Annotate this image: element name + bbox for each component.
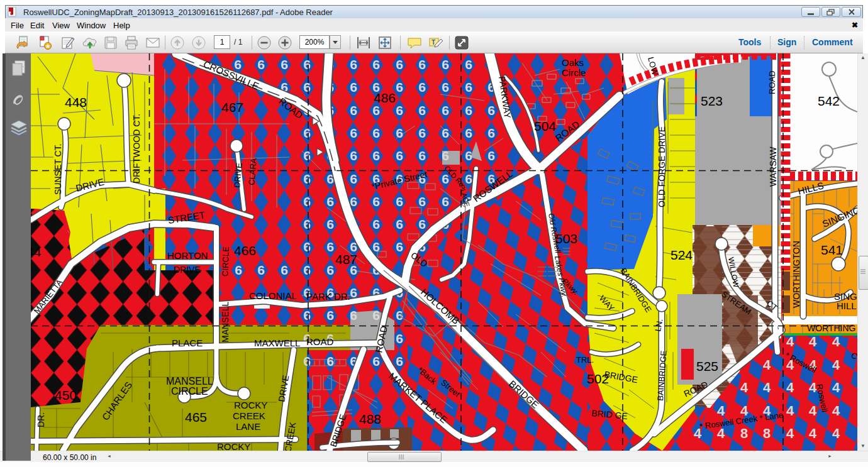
svg-text:6: 6 [372, 103, 380, 118]
svg-text:6: 6 [303, 126, 311, 140]
svg-text:6: 6 [303, 263, 311, 277]
svg-text:6: 6 [303, 57, 311, 72]
svg-text:6: 6 [418, 148, 426, 163]
svg-text:525: 525 [696, 359, 718, 373]
svg-text:488: 488 [359, 412, 381, 426]
svg-text:6: 6 [372, 354, 380, 368]
svg-text:6: 6 [303, 308, 311, 322]
svg-text:ROCKY: ROCKY [217, 441, 250, 451]
svg-text:6: 6 [465, 148, 472, 163]
svg-text:466: 466 [234, 243, 256, 258]
svg-text:8: 8 [763, 426, 771, 441]
svg-text:DRIVE: DRIVE [174, 265, 201, 275]
svg-text:HILL: HILL [837, 300, 857, 311]
svg-text:6: 6 [350, 172, 357, 186]
svg-text:6: 6 [350, 126, 357, 140]
svg-text:6: 6 [396, 217, 403, 231]
svg-text:6: 6 [442, 103, 449, 118]
svg-text:6: 6 [396, 80, 403, 94]
svg-text:6: 6 [235, 263, 242, 277]
svg-text:6: 6 [350, 103, 357, 118]
svg-text:6: 6 [281, 57, 288, 72]
svg-text:ROAD: ROAD [306, 336, 334, 347]
svg-text:4: 4 [832, 380, 840, 395]
svg-text:6: 6 [418, 103, 426, 118]
svg-text:6: 6 [465, 57, 472, 72]
svg-text:6: 6 [396, 103, 403, 118]
svg-text:4: 4 [740, 380, 748, 395]
svg-text:6: 6 [281, 263, 288, 277]
svg-text:ROAD: ROAD [767, 70, 777, 94]
svg-text:WARSAW: WARSAW [768, 146, 778, 187]
svg-text:467: 467 [221, 100, 243, 114]
svg-text:6: 6 [257, 57, 265, 72]
svg-text:Oaks: Oaks [562, 57, 584, 68]
svg-text:6: 6 [465, 172, 472, 186]
svg-text:6: 6 [396, 239, 403, 254]
svg-text:4: 4 [809, 403, 817, 419]
svg-text:WORTHING: WORTHING [807, 323, 856, 333]
svg-text:6: 6 [350, 57, 357, 72]
svg-text:6: 6 [326, 217, 334, 231]
svg-text:6: 6 [326, 308, 334, 322]
svg-text:DRIFTWOOD CT.: DRIFTWOOD CT. [131, 114, 142, 184]
svg-text:6: 6 [372, 239, 380, 254]
svg-text:TRL.: TRL. [576, 355, 594, 365]
svg-text:6: 6 [442, 80, 449, 94]
svg-text:6: 6 [396, 194, 403, 209]
svg-text:450: 450 [55, 388, 77, 402]
svg-text:44: 44 [31, 244, 42, 259]
svg-text:MAXWELL: MAXWELL [254, 338, 300, 348]
svg-text:CIRCLE: CIRCLE [171, 386, 208, 397]
svg-text:6: 6 [396, 354, 403, 368]
svg-text:542: 542 [818, 94, 840, 108]
svg-text:6: 6 [372, 148, 380, 163]
svg-text:6: 6 [418, 217, 426, 231]
svg-text:6: 6 [372, 57, 380, 72]
svg-text:6: 6 [257, 263, 265, 277]
svg-text:T: T [431, 39, 435, 46]
svg-text:6: 6 [442, 194, 449, 209]
svg-text:OLD FORGE DRIVE: OLD FORGE DRIVE [657, 126, 667, 207]
svg-text:6: 6 [396, 148, 403, 163]
svg-text:MANSELL: MANSELL [220, 301, 230, 343]
svg-text:541: 541 [821, 243, 843, 257]
svg-text:6: 6 [418, 80, 426, 94]
svg-text:6: 6 [418, 194, 426, 209]
svg-text:PLACE: PLACE [172, 338, 203, 348]
svg-text:486: 486 [374, 91, 396, 105]
svg-text:Circle: Circle [562, 67, 586, 78]
svg-text:4: 4 [763, 380, 771, 395]
svg-text:6: 6 [326, 263, 334, 277]
svg-text:465: 465 [185, 410, 207, 424]
svg-text:4: 4 [832, 403, 840, 419]
svg-text:6: 6 [326, 194, 334, 209]
svg-text:DR.: DR. [36, 412, 46, 427]
svg-text:6: 6 [303, 217, 311, 231]
svg-text:4: 4 [786, 380, 794, 395]
svg-text:6: 6 [442, 57, 449, 72]
svg-text:487: 487 [335, 252, 357, 266]
svg-text:504: 504 [534, 119, 556, 133]
svg-text:523: 523 [701, 94, 723, 108]
svg-text:6: 6 [303, 239, 311, 254]
svg-text:6: 6 [372, 217, 380, 231]
svg-text:6: 6 [372, 126, 380, 140]
svg-text:6: 6 [487, 103, 495, 118]
svg-text:6: 6 [418, 126, 426, 140]
svg-text:448: 448 [65, 95, 87, 109]
svg-text:4: 4 [832, 334, 840, 349]
svg-text:6: 6 [303, 80, 311, 94]
svg-text:6: 6 [234, 57, 242, 72]
svg-text:MANSELL: MANSELL [166, 376, 213, 387]
svg-text:4: 4 [832, 426, 840, 441]
svg-text:6: 6 [487, 148, 495, 163]
svg-text:PARK DR.: PARK DR. [306, 291, 350, 302]
svg-text:8: 8 [740, 426, 748, 441]
svg-text:4: 4 [717, 403, 725, 419]
svg-text:6: 6 [372, 194, 380, 209]
svg-text:4: 4 [832, 357, 840, 373]
svg-text:6: 6 [465, 80, 472, 94]
svg-text:6: 6 [303, 148, 311, 163]
svg-text:CIRCLE: CIRCLE [220, 246, 231, 277]
